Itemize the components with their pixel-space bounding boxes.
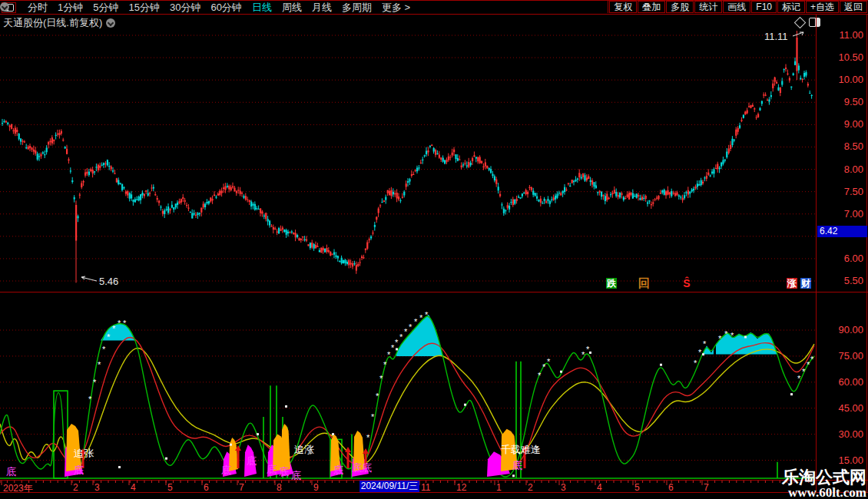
time-axis-label: 5 <box>167 482 173 493</box>
watermark-site-name: 乐淘公式网 <box>782 469 866 486</box>
high-annotation: 11.11 <box>764 31 788 42</box>
indicator-axis-label: 75.00 <box>819 351 863 362</box>
time-axis-label: 8 <box>277 482 282 493</box>
candlestick-chart[interactable]: 5.4611.11 <box>0 30 817 292</box>
line-dot <box>512 474 515 477</box>
signal-marker-跌: 跌 <box>606 278 617 289</box>
low-arrow <box>81 276 97 281</box>
time-axis-label: 9 <box>313 482 319 493</box>
panel-label: 追涨 <box>294 444 314 455</box>
star-marker: * <box>698 348 702 357</box>
star-marker: * <box>371 412 375 421</box>
diamond-icon[interactable] <box>794 17 807 29</box>
price-axis-label: 7.50 <box>819 187 863 197</box>
toolbar-button-7[interactable]: +自选 <box>806 1 839 13</box>
toolbar-button-5[interactable]: F10 <box>751 1 777 13</box>
signal-marker-回: 回 <box>638 278 649 289</box>
star-marker: * <box>724 329 728 339</box>
indicator-panel[interactable]: *************************************追张追… <box>0 307 817 481</box>
orange-blob <box>281 424 290 471</box>
trading-app-window: 分时1分钟5分钟15分钟30分钟60分钟日线周线月线多周期更多 > 复权叠加多股… <box>0 0 868 499</box>
price-axis-label: 9.50 <box>819 97 863 107</box>
watermark: 乐淘公式网 www.60lt.com <box>782 469 866 499</box>
star-marker: * <box>379 374 383 383</box>
watermark-url: www.60lt.com <box>782 486 866 499</box>
star-marker: * <box>731 331 734 340</box>
toolbar-button-6[interactable]: 标记 <box>777 1 805 13</box>
chevron-down-icon[interactable] <box>106 18 115 28</box>
page-title: 天通股份(日线.前复权) <box>3 16 102 30</box>
split-pane-icon[interactable] <box>809 18 820 27</box>
tab-period-1[interactable]: 1分钟 <box>58 2 83 13</box>
signal-marker-Ŝ: Ŝ <box>681 278 692 289</box>
panel-label: 底 <box>267 464 277 475</box>
tab-period-7[interactable]: 周线 <box>282 2 302 13</box>
time-axis-label: 4 <box>597 482 602 493</box>
star-marker: * <box>102 345 106 354</box>
tab-period-9[interactable]: 多周期 <box>342 2 372 13</box>
toolbar-button-1[interactable]: 叠加 <box>638 1 665 13</box>
line-dot <box>118 466 121 468</box>
price-axis-label: 6.00 <box>819 253 863 264</box>
line-dot <box>396 348 398 350</box>
price-axis-label: 7.00 <box>819 209 863 220</box>
price-axis-label: 10.50 <box>819 52 863 63</box>
star-marker: * <box>409 322 412 332</box>
tab-period-5[interactable]: 60分钟 <box>210 2 241 13</box>
line-dot <box>464 404 466 406</box>
time-axis-label: 2 <box>528 482 533 493</box>
star-marker: * <box>425 310 429 319</box>
toolbar-button-0[interactable]: 复权 <box>609 1 637 13</box>
collapse-icon[interactable] <box>0 2 9 12</box>
time-axis-label: 6 <box>204 482 209 493</box>
star-marker: * <box>547 357 551 366</box>
panel-label: 底 <box>512 460 522 471</box>
signal-marker-财: 财 <box>800 278 811 289</box>
panel-label: 底 <box>362 462 372 474</box>
tab-period-10[interactable]: 更多 > <box>382 2 410 13</box>
time-axis-label: 3 <box>561 482 566 493</box>
tab-period-4[interactable]: 30分钟 <box>170 2 200 13</box>
star-marker: * <box>542 362 546 372</box>
star-marker: * <box>703 339 707 349</box>
signal-marker-涨: 涨 <box>787 278 797 289</box>
tab-period-3[interactable]: 15分钟 <box>128 2 159 13</box>
tab-period-6[interactable]: 日线 <box>252 2 272 13</box>
tab-period-0[interactable]: 分时 <box>28 2 48 13</box>
star-marker: * <box>88 395 92 404</box>
up-candle-bodies <box>5 38 809 271</box>
star-marker: * <box>404 327 408 336</box>
indicator-axis-label: 90.00 <box>819 325 863 335</box>
time-axis-label: 7 <box>704 482 709 493</box>
line-dot <box>230 444 232 446</box>
panel-label: 底 <box>221 464 231 476</box>
toolbar-button-3[interactable]: 统计 <box>694 1 722 13</box>
low-annotation: 5.46 <box>99 276 118 287</box>
up-candle-wicks <box>6 31 808 283</box>
down-candle-wicks <box>2 58 812 266</box>
tab-period-2[interactable]: 5分钟 <box>93 2 118 13</box>
toolbar-button-8[interactable]: 返回 <box>840 1 867 13</box>
star-marker: * <box>93 378 97 387</box>
star-marker: * <box>366 433 370 442</box>
star-marker: * <box>98 360 101 369</box>
right-frame-line <box>866 14 867 493</box>
indicator-axis-label: 60.00 <box>819 377 863 388</box>
star-marker: * <box>395 338 399 347</box>
time-axis-label: 12 <box>456 482 466 493</box>
time-axis-label: 5 <box>634 482 640 493</box>
toolbar-button-2[interactable]: 多股 <box>666 1 694 13</box>
indicator-axis-label: 30.00 <box>819 429 863 440</box>
star-marker: * <box>112 324 116 333</box>
time-axis-label: 2023年 <box>3 482 33 495</box>
time-axis-label: 2 <box>73 482 78 493</box>
panel-label: 底 <box>279 466 289 478</box>
star-marker: * <box>538 371 542 380</box>
toolbar-button-4[interactable]: 画线 <box>723 1 750 13</box>
line-dot <box>702 353 704 355</box>
panel-label: 底 <box>333 464 343 476</box>
panel-label: 底 <box>247 455 257 467</box>
indicator-axis-label: 45.00 <box>819 403 863 414</box>
tab-period-8[interactable]: 月线 <box>312 2 332 13</box>
panel-label: 追张 <box>74 448 94 459</box>
